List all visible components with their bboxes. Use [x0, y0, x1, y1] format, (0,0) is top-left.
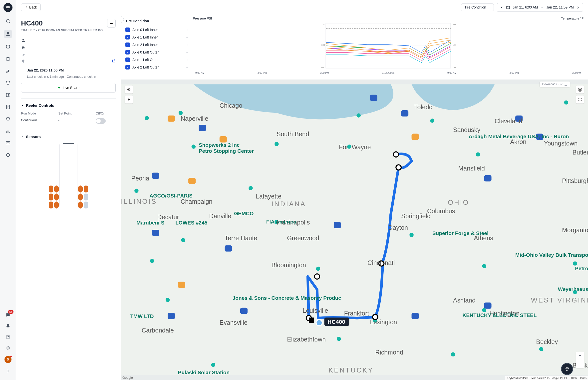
chevron-right-icon[interactable]: →	[185, 35, 189, 39]
map-terms-link[interactable]: Terms	[580, 377, 587, 380]
target-icon[interactable]	[5, 152, 11, 158]
more-menu-button[interactable]: ⋯	[107, 19, 116, 28]
svg-text:Fort Wayne: Fort Wayne	[339, 144, 371, 150]
svg-text:LOWES #245: LOWES #245	[175, 220, 207, 226]
svg-text:Butler: Butler	[573, 149, 588, 156]
open-external-icon[interactable]	[112, 59, 116, 64]
date-start: Jan 21, 6:00 AM	[513, 5, 538, 9]
svg-rect-45	[412, 134, 419, 140]
reefer-setpoint-value: -	[58, 118, 93, 124]
svg-point-88	[316, 320, 322, 326]
map-layers-button[interactable]	[576, 86, 584, 94]
map-play-button[interactable]	[125, 96, 133, 104]
chart-svg[interactable]: 120 100 80 60 40 20	[193, 21, 584, 71]
reefer-section-header[interactable]: Reefer Controls	[21, 103, 116, 108]
expand-icon[interactable]	[5, 368, 11, 374]
user-avatar[interactable]: S	[4, 356, 11, 363]
date-range-picker[interactable]: ‹ Jan 21, 6:00 AM → Jan 22, 11:59 PM ›	[497, 3, 583, 12]
collapse-panel-button[interactable]: ‹	[121, 16, 124, 23]
chevron-right-icon[interactable]: →	[185, 28, 189, 32]
chat-icon[interactable]: 54	[5, 312, 11, 318]
shield-icon[interactable]	[5, 44, 11, 50]
overlay-dropdown[interactable]: Tire Condition	[461, 4, 494, 11]
svg-text:Peoria: Peoria	[131, 175, 149, 182]
sensors-section-header[interactable]: Sensors	[21, 134, 116, 139]
map[interactable]: Download CSV + −	[121, 80, 588, 380]
chevron-right-icon[interactable]: →	[185, 58, 189, 62]
svg-text:FIA America: FIA America	[266, 219, 296, 224]
date-next-button[interactable]: ›	[576, 5, 580, 10]
map-nav-icon[interactable]	[4, 30, 12, 38]
checkbox-icon[interactable]: ✓	[125, 42, 130, 47]
svg-point-64	[181, 238, 185, 242]
chevron-right-icon[interactable]: →	[185, 43, 189, 47]
svg-text:Danville: Danville	[209, 212, 231, 220]
tire-item[interactable]: ✓Axle 2 Left Outer→	[125, 64, 189, 71]
svg-point-2	[6, 19, 9, 22]
tire-item[interactable]: ✓Axle 0 Left Outer→	[125, 48, 189, 56]
tire-item[interactable]: ✓Axle 0 Left Inner→	[125, 26, 189, 34]
chart-right-label: Temperature °F	[561, 16, 584, 20]
wrench-icon[interactable]	[5, 68, 11, 74]
sidebar: 54 S	[0, 0, 16, 380]
reports-icon[interactable]	[5, 128, 11, 134]
map-zoom-out-button[interactable]: −	[576, 360, 584, 368]
driver-row	[21, 38, 116, 42]
back-button[interactable]: Back	[21, 4, 41, 11]
svg-rect-53	[178, 282, 185, 288]
map-shortcuts-link[interactable]: Keyboard shortcuts	[507, 377, 528, 380]
map-fingerprint-button[interactable]	[561, 363, 573, 375]
chevron-right-icon[interactable]: →	[185, 50, 189, 54]
svg-text:Naperville: Naperville	[181, 115, 208, 122]
fuel-icon[interactable]	[5, 92, 11, 98]
clipboard-icon[interactable]	[5, 56, 11, 62]
svg-rect-37	[199, 125, 206, 131]
tire-item[interactable]: ✓Axle 2 Left Inner→	[125, 41, 189, 48]
svg-text:100: 100	[321, 44, 325, 46]
download-csv-button[interactable]: Download CSV	[540, 82, 570, 87]
checkbox-icon[interactable]: ✓	[125, 58, 130, 62]
map-recenter-button[interactable]	[125, 86, 133, 94]
map-fullscreen-button[interactable]	[576, 96, 584, 104]
tire-item-label: Axle 0 Left Inner	[132, 28, 158, 32]
checkbox-icon[interactable]: ✓	[125, 28, 130, 32]
svg-text:Champaign: Champaign	[181, 198, 212, 205]
help-icon[interactable]	[5, 334, 11, 340]
svg-text:40: 40	[453, 44, 456, 46]
svg-text:Terre Haute: Terre Haute	[225, 234, 257, 242]
message-icon[interactable]	[5, 140, 11, 146]
chevron-right-icon[interactable]: →	[185, 65, 189, 69]
svg-point-79	[451, 352, 455, 356]
checkbox-icon[interactable]: ✓	[125, 65, 130, 70]
date-prev-button[interactable]: ‹	[500, 5, 504, 10]
svg-rect-38	[220, 136, 227, 142]
svg-text:Chicago: Chicago	[220, 102, 242, 109]
route-icon[interactable]	[5, 80, 11, 86]
bell-icon[interactable]	[5, 323, 11, 329]
map-zoom-in-button[interactable]: +	[576, 352, 584, 360]
tire-item[interactable]: ✓Axle 1 Left Outer→	[125, 56, 189, 64]
document-icon[interactable]	[5, 104, 11, 110]
trailer-sensor-diagram	[21, 144, 116, 206]
search-icon[interactable]	[5, 18, 11, 24]
training-icon[interactable]	[5, 116, 11, 122]
svg-rect-36	[168, 116, 175, 122]
checkbox-icon[interactable]: ✓	[125, 50, 130, 54]
live-share-button[interactable]: Live Share	[21, 83, 116, 92]
asset-subtitle: TRAILER • 2016 DOONAN SPECIALIZED TRAILE…	[21, 28, 116, 32]
svg-rect-41	[225, 245, 232, 252]
svg-text:Pittsburgh: Pittsburgh	[562, 177, 588, 184]
svg-point-74	[150, 259, 154, 263]
gear-icon[interactable]	[5, 345, 11, 351]
svg-point-80	[539, 347, 544, 352]
svg-text:Ardagh Metal Beverage USA, Inc: Ardagh Metal Beverage USA, Inc - Huron	[469, 134, 569, 139]
reefer-toggle[interactable]	[96, 118, 106, 124]
tire-item-label: Axle 2 Left Inner	[132, 43, 158, 47]
tire-item[interactable]: ✓Axle 1 Left Inner→	[125, 34, 189, 41]
svg-rect-50	[412, 313, 419, 319]
app-logo[interactable]	[3, 3, 12, 12]
svg-text:Springfield: Springfield	[401, 212, 431, 220]
svg-rect-9	[6, 93, 8, 96]
checkbox-icon[interactable]: ✓	[125, 35, 130, 40]
svg-point-63	[134, 189, 139, 193]
